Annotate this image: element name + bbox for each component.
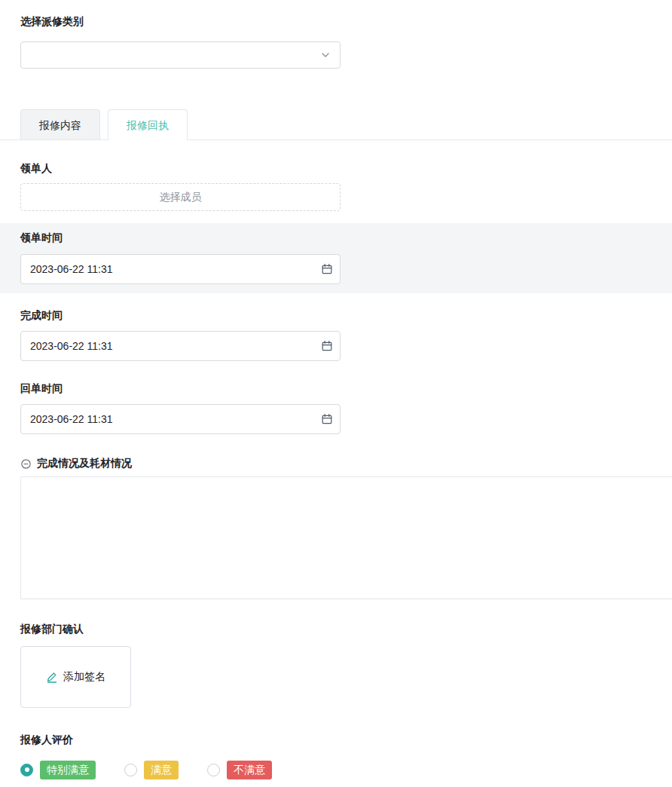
finish-time-section: 完成时间 [20,309,672,361]
radio-unselected-icon[interactable] [207,764,220,776]
rating-label: 报修人评价 [20,733,672,747]
repair-category-select[interactable] [20,41,341,69]
chevron-down-icon [320,50,331,60]
calendar-icon[interactable] [321,413,333,425]
completion-notes-header: 完成情况及耗材情况 [20,457,672,470]
radio-unselected-icon[interactable] [124,764,137,776]
assignee-label: 领单人 [20,162,672,176]
claim-time-label: 领单时间 [20,231,672,245]
finish-time-label: 完成时间 [20,309,672,323]
circled-dash-icon [20,458,32,470]
rating-radio-group: 特别满意 满意 不满意 [20,761,672,779]
completion-notes-label: 完成情况及耗材情况 [37,457,132,470]
return-time-section: 回单时间 [20,382,672,434]
department-confirm-label: 报修部门确认 [20,623,672,636]
completion-notes-textarea[interactable] [20,476,672,599]
rating-badge-unsatisfied[interactable]: 不满意 [227,761,272,779]
pencil-icon [46,671,58,683]
select-member-button[interactable]: 选择成员 [20,183,341,211]
claim-time-input[interactable] [20,254,341,284]
radio-selected-icon[interactable] [20,764,33,776]
finish-time-input[interactable] [20,331,341,361]
return-time-input[interactable] [20,404,341,434]
add-signature-button[interactable]: 添加签名 [20,646,131,708]
department-confirm-section: 报修部门确认 添加签名 [20,623,672,708]
calendar-icon[interactable] [321,340,333,352]
add-signature-label: 添加签名 [63,670,105,684]
form-tabs: 报修内容 报修回执 [0,109,672,140]
rating-option-unsatisfied[interactable]: 不满意 [207,761,272,779]
rating-badge-satisfied[interactable]: 满意 [144,761,179,779]
rating-section: 报修人评价 [20,733,672,747]
calendar-icon[interactable] [321,263,333,275]
rating-badge-very-satisfied[interactable]: 特别满意 [40,761,96,779]
rating-option-satisfied[interactable]: 满意 [124,761,179,779]
return-time-label: 回单时间 [20,382,672,396]
rating-option-very-satisfied[interactable]: 特别满意 [20,761,96,779]
repair-category-label: 选择派修类别 [20,15,672,29]
tab-repair-content[interactable]: 报修内容 [20,109,100,139]
tab-repair-receipt[interactable]: 报修回执 [108,109,188,139]
claim-time-section: 领单时间 [0,223,672,293]
